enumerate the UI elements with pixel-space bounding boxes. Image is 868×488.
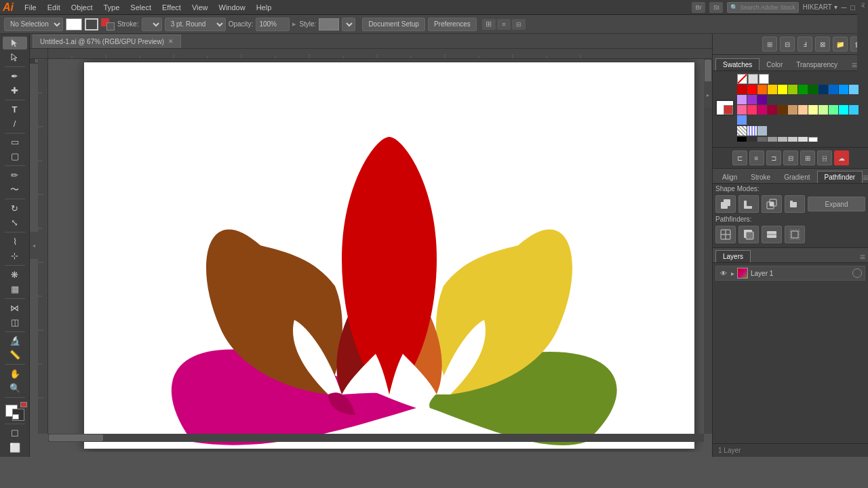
swatch-mint[interactable] xyxy=(829,105,838,115)
warp-tool[interactable]: ⌇ xyxy=(3,235,27,248)
free-transform-tool[interactable]: ⊹ xyxy=(3,249,27,262)
swatch-magenta[interactable] xyxy=(757,105,767,115)
swatch-dark-gray[interactable] xyxy=(747,137,757,142)
layers-panel-options[interactable]: ≡ xyxy=(860,251,865,262)
stock-btn[interactable]: St xyxy=(709,2,723,13)
h-scrollbar-thumb[interactable] xyxy=(49,434,103,441)
layer-name[interactable]: Layer 1 xyxy=(751,270,850,277)
search-stock-input[interactable]: Search Adobe Stock xyxy=(740,4,795,11)
swatch-bright-red[interactable] xyxy=(747,85,757,94)
opacity-input[interactable] xyxy=(256,18,290,31)
divide-btn[interactable] xyxy=(715,226,736,243)
direct-selection-tool[interactable] xyxy=(3,51,27,64)
swatch-brown[interactable] xyxy=(778,105,787,115)
eyedropper-tool[interactable]: 🔬 xyxy=(3,334,27,347)
right-panel-collapse[interactable]: ▸ xyxy=(704,81,712,108)
tab-stroke[interactable]: Stroke xyxy=(744,171,777,183)
swatch-light-blue[interactable] xyxy=(849,85,859,94)
tab-color[interactable]: Color xyxy=(760,58,789,70)
minimize-btn[interactable]: ─ xyxy=(842,3,847,12)
layer-expand-arrow[interactable]: ▸ xyxy=(731,270,734,277)
line-tool[interactable]: / xyxy=(3,117,27,130)
swatch-steel-blue[interactable] xyxy=(757,126,767,136)
lower-panel-options[interactable]: ≡ xyxy=(863,172,868,183)
layer-1-item[interactable]: 👁 ▸ Layer 1 xyxy=(715,266,865,281)
swap-colors-btn[interactable] xyxy=(101,18,115,30)
swatch-tan[interactable] xyxy=(788,105,797,115)
zoom-tool[interactable]: 🔍 xyxy=(3,382,27,394)
tab-pathfinder[interactable]: Pathfinder xyxy=(817,171,863,183)
align-right-btn[interactable]: ⊐ xyxy=(766,150,781,165)
left-panel-collapse[interactable]: ◂ xyxy=(30,232,38,259)
distribute-h-btn[interactable]: ⊟ xyxy=(783,150,798,165)
tab-gradient[interactable]: Gradient xyxy=(777,171,816,183)
panel-options-btn[interactable]: ≡ xyxy=(852,60,857,70)
folder-btn[interactable]: 📁 xyxy=(833,37,848,52)
stroke-swatch[interactable] xyxy=(85,18,98,30)
creative-cloud-btn[interactable]: ☁ xyxy=(834,150,849,165)
swatch-pattern2[interactable] xyxy=(747,126,757,136)
draw-mode-normal[interactable]: ☐ xyxy=(3,427,27,440)
arrange-icon[interactable]: ⊞ xyxy=(482,19,496,30)
exclude-btn[interactable] xyxy=(785,195,805,213)
stroke-color-select[interactable] xyxy=(142,18,162,31)
measure-tool[interactable]: 📏 xyxy=(3,348,27,361)
swatch-dark-pink[interactable] xyxy=(768,105,777,115)
tab-transparency[interactable]: Transparency xyxy=(789,58,844,70)
swatch-gray[interactable] xyxy=(768,137,777,142)
type-tool[interactable]: T xyxy=(3,103,27,116)
rotate-tool[interactable]: ↻ xyxy=(3,202,27,215)
menu-effect[interactable]: Effect xyxy=(157,2,186,13)
swatch-gray-light[interactable] xyxy=(748,74,758,84)
menu-select[interactable]: Select xyxy=(125,2,157,13)
artboard-btn[interactable]: ⌸ xyxy=(817,150,832,165)
swatch-white[interactable] xyxy=(759,74,769,84)
menu-object[interactable]: Object xyxy=(66,2,98,13)
selection-tool[interactable] xyxy=(3,37,27,49)
swatch-near-white[interactable] xyxy=(798,137,808,142)
fill-swatch[interactable] xyxy=(66,18,82,30)
symbol-tool[interactable]: ❋ xyxy=(3,268,27,281)
tab-layers[interactable]: Layers xyxy=(715,250,751,262)
menu-window[interactable]: Window xyxy=(214,2,251,13)
swatch-hot-pink[interactable] xyxy=(747,105,757,115)
swatch-yellow-green[interactable] xyxy=(788,85,797,94)
swatch-pink[interactable] xyxy=(737,105,747,115)
menu-help[interactable]: Help xyxy=(251,2,277,13)
swatch-navy[interactable] xyxy=(818,85,828,94)
add-anchor-tool[interactable]: ✚ xyxy=(3,84,27,97)
align-center-btn[interactable]: ≡ xyxy=(749,150,764,165)
rect-tool[interactable]: ▭ xyxy=(3,136,27,148)
gradient-tool[interactable]: ◫ xyxy=(3,316,27,329)
screen-mode[interactable]: ⬜ xyxy=(3,441,27,454)
swatch-light-cyan[interactable] xyxy=(849,105,859,115)
swatch-yellow-orange[interactable] xyxy=(768,85,777,94)
scale-tool[interactable]: ⤡ xyxy=(3,216,27,229)
menu-file[interactable]: File xyxy=(19,2,42,13)
tab-close-btn[interactable]: ✕ xyxy=(168,38,174,45)
swatch-light-green[interactable] xyxy=(818,105,828,115)
layer-visibility-btn[interactable]: 👁 xyxy=(719,268,728,278)
minus-front-btn[interactable] xyxy=(738,195,759,213)
align-left-btn[interactable]: ⊏ xyxy=(732,150,747,165)
pen-tool[interactable]: ✒ xyxy=(3,70,27,83)
canvas-scroll-area[interactable] xyxy=(48,59,712,452)
stroke-weight-select[interactable]: 3 pt. Round xyxy=(165,18,226,31)
white-swatch[interactable] xyxy=(715,100,734,116)
swatch-purple[interactable] xyxy=(747,95,757,104)
swatch-blue[interactable] xyxy=(829,85,838,94)
intersect-btn[interactable] xyxy=(762,195,782,213)
swatch-yellow[interactable] xyxy=(778,85,787,94)
smooth-tool[interactable]: 〜 xyxy=(3,183,27,196)
trim-btn[interactable] xyxy=(738,226,759,243)
menu-view[interactable]: View xyxy=(186,2,214,13)
swatch-peach[interactable] xyxy=(798,105,808,115)
swatch-pattern1[interactable] xyxy=(737,126,747,136)
swatch-cyan[interactable] xyxy=(839,105,848,115)
table-icon-btn[interactable]: ⊠ xyxy=(815,37,830,52)
align-icon[interactable]: ≡ xyxy=(497,19,511,30)
bridge-btn[interactable]: Br xyxy=(692,2,705,13)
swatch-light-gray[interactable] xyxy=(778,137,787,142)
swatch-dark-green[interactable] xyxy=(808,85,818,94)
preferences-btn[interactable]: Preferences xyxy=(428,18,477,31)
